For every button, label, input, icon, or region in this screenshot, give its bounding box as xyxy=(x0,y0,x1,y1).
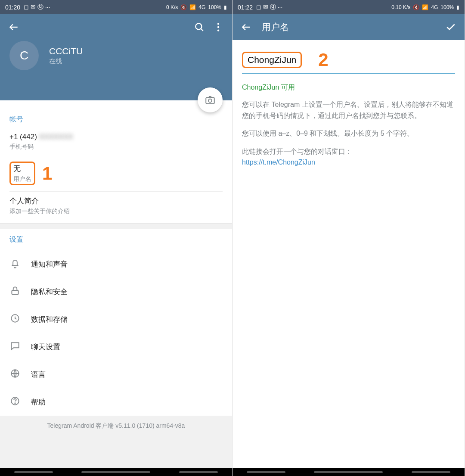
svg-point-10 xyxy=(15,403,16,404)
avatar[interactable]: C xyxy=(9,41,39,70)
battery-icon: ▮ xyxy=(456,4,459,10)
annotation-box-1: 无 用户名 xyxy=(9,162,35,185)
net-speed: 0 K/s xyxy=(166,4,178,10)
username-link[interactable]: https://t.me/ChongZiJun xyxy=(242,159,315,166)
svg-point-1 xyxy=(217,23,219,25)
net-speed: 0.10 K/s xyxy=(391,4,410,10)
mute-icon: 🔇 xyxy=(180,4,187,10)
annotation-number-1: 1 xyxy=(42,163,52,184)
right-phone: 01:22 ◻ ✉ ⓠ ··· 0.10 K/s 🔇 📶 4G 100% ▮ 用… xyxy=(232,0,465,476)
back-button[interactable] xyxy=(4,18,23,37)
bell-icon xyxy=(9,258,31,271)
status-bar: 01:22 ◻ ✉ ⓠ ··· 0.10 K/s 🔇 📶 4G 100% ▮ xyxy=(232,0,465,14)
version-footer: Telegram Android 客户端 v5.11.0 (1710) arm6… xyxy=(0,416,232,436)
svg-point-2 xyxy=(217,26,219,28)
svg-point-5 xyxy=(208,99,212,103)
mute-icon: 🔇 xyxy=(413,4,419,10)
nav-bar xyxy=(232,468,465,476)
battery-text: 100% xyxy=(440,4,454,10)
wifi-icon: 📶 xyxy=(189,4,196,10)
status-time: 01:22 xyxy=(238,4,253,11)
description-3: 此链接会打开一个与您的对话窗口： xyxy=(242,148,352,155)
search-icon[interactable] xyxy=(190,18,209,37)
profile-status: 在线 xyxy=(49,57,83,65)
signal-icon: 4G xyxy=(431,4,438,10)
settings-data[interactable]: 数据和存储 xyxy=(0,305,232,333)
lock-icon xyxy=(9,285,31,298)
status-time: 01:20 xyxy=(5,4,20,11)
wifi-icon: 📶 xyxy=(422,4,428,10)
clock-icon xyxy=(9,313,31,326)
profile-name: CCCiTU xyxy=(49,46,83,56)
section-divider xyxy=(0,223,232,229)
description-2: 您可以使用 a–z、0–9 和下划线。最小长度为 5 个字符。 xyxy=(242,128,455,139)
battery-icon: ▮ xyxy=(224,4,227,10)
more-icon[interactable] xyxy=(209,18,228,37)
profile-header: C CCCiTU 在线 xyxy=(0,14,232,100)
settings-notifications[interactable]: 通知和声音 xyxy=(0,250,232,278)
phone-row[interactable]: +1 (442) XXXXXXX 手机号码 xyxy=(9,128,223,157)
confirm-button[interactable] xyxy=(441,18,460,37)
description-1: 您可以在 Telegram 上设置一个用户名。设置后，别人将能够在不知道您的手机… xyxy=(242,99,455,121)
settings-section-title: 设置 xyxy=(9,235,223,244)
annotation-number-2: 2 xyxy=(318,50,328,70)
svg-point-3 xyxy=(217,29,219,31)
input-underline xyxy=(242,73,455,74)
page-title: 用户名 xyxy=(262,21,289,33)
svg-rect-4 xyxy=(206,98,214,104)
camera-button[interactable] xyxy=(198,87,223,112)
username-header: 用户名 xyxy=(232,14,465,40)
left-phone: 01:20 ◻ ✉ ⓠ ··· 0 K/s 🔇 📶 4G 100% ▮ xyxy=(0,0,232,476)
account-section-title: 帐号 xyxy=(9,115,223,124)
globe-icon xyxy=(9,368,31,381)
settings-privacy[interactable]: 隐私和安全 xyxy=(0,278,232,305)
battery-text: 100% xyxy=(208,4,221,10)
settings-language[interactable]: 语言 xyxy=(0,361,232,388)
status-bar: 01:20 ◻ ✉ ⓠ ··· 0 K/s 🔇 📶 4G 100% ▮ xyxy=(0,0,232,14)
availability-text: ChongZiJun 可用 xyxy=(242,83,455,92)
nav-bar xyxy=(0,468,232,476)
chat-icon xyxy=(9,340,31,353)
bio-row[interactable]: 个人简介 添加一些关于你的介绍 xyxy=(9,192,223,221)
svg-rect-6 xyxy=(12,290,18,295)
username-input[interactable]: ChongZiJun xyxy=(242,52,302,68)
settings-help[interactable]: 帮助 xyxy=(0,388,232,416)
back-button[interactable] xyxy=(237,18,256,37)
help-icon xyxy=(9,395,31,408)
signal-icon: 4G xyxy=(198,4,205,10)
status-icons: ◻ ✉ ⓠ ··· xyxy=(256,3,282,11)
username-row[interactable]: 无 用户名 1 xyxy=(9,157,223,192)
settings-chat[interactable]: 聊天设置 xyxy=(0,333,232,361)
status-icons: ◻ ✉ ⓠ ··· xyxy=(24,3,50,11)
